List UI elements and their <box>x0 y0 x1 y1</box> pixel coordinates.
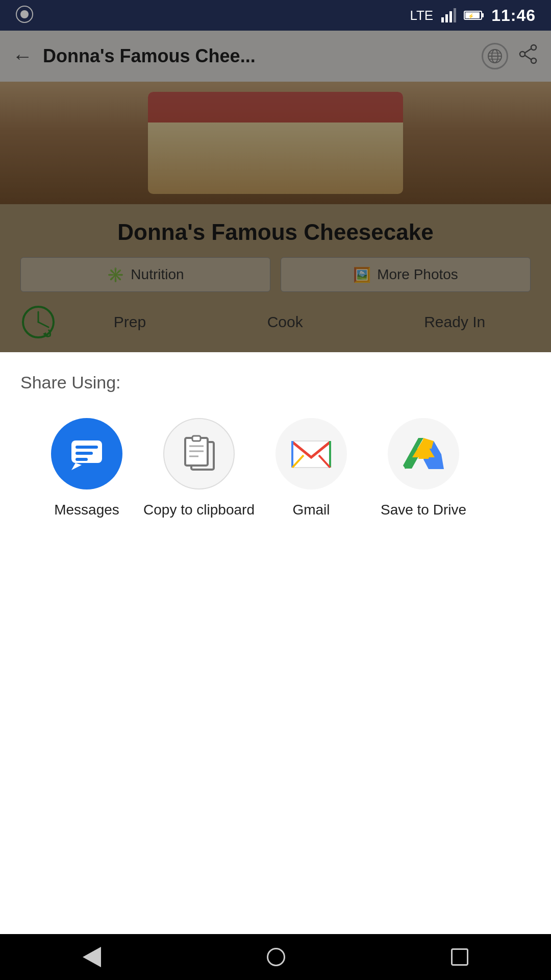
share-app-messages[interactable]: Messages <box>31 418 143 520</box>
share-header-label: Share Using: <box>0 352 551 398</box>
share-app-clipboard[interactable]: Copy to clipboard <box>143 418 255 520</box>
nav-home-button[interactable] <box>267 948 285 966</box>
share-apps-row: Messages Copy to clipboard <box>0 398 551 540</box>
status-icons: LTE ⚡ 11:46 <box>410 6 536 25</box>
home-circle-icon <box>267 948 285 966</box>
recent-square-icon <box>451 948 468 966</box>
messages-icon <box>51 418 122 489</box>
battery-icon: ⚡ <box>464 9 484 21</box>
messages-label: Messages <box>54 500 119 520</box>
lte-indicator: LTE <box>410 8 433 23</box>
svg-marker-23 <box>71 463 82 470</box>
share-sheet: Share Using: Messages <box>0 352 551 980</box>
share-app-gmail[interactable]: Gmail <box>255 418 367 520</box>
nav-recent-button[interactable] <box>451 948 468 966</box>
status-bar: LTE ⚡ 11:46 <box>0 0 551 31</box>
svg-rect-2 <box>441 17 444 22</box>
nav-bar <box>0 934 551 980</box>
clipboard-label: Copy to clipboard <box>143 500 255 520</box>
svg-rect-3 <box>445 14 448 22</box>
svg-rect-4 <box>449 11 452 22</box>
svg-rect-26 <box>76 458 88 461</box>
svg-text:⚡: ⚡ <box>468 13 474 19</box>
svg-rect-25 <box>76 452 93 455</box>
status-left <box>15 5 34 26</box>
gmail-icon <box>276 418 347 489</box>
svg-rect-29 <box>192 436 201 441</box>
clipboard-icon <box>163 418 235 489</box>
gmail-label: Gmail <box>292 500 330 520</box>
back-triangle-icon <box>83 947 101 967</box>
status-time: 11:46 <box>491 6 536 25</box>
svg-rect-7 <box>482 13 484 17</box>
drive-label: Save to Drive <box>381 500 466 520</box>
nav-back-button[interactable] <box>83 947 101 967</box>
drive-icon <box>388 418 459 489</box>
svg-point-1 <box>20 10 29 18</box>
share-app-drive[interactable]: Save to Drive <box>367 418 480 520</box>
svg-rect-5 <box>454 8 456 22</box>
svg-rect-24 <box>76 446 98 449</box>
signal-icon <box>440 7 457 23</box>
